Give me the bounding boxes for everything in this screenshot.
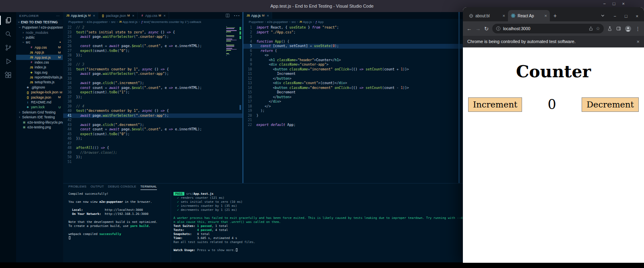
code-line[interactable]: 46}); — [63, 136, 242, 141]
code-line[interactable]: 23test("sets initial state to zero", asy… — [63, 30, 242, 35]
breadcrumb-item[interactable]: src — [111, 20, 116, 24]
tree-item-gitignore[interactable]: ›◆.gitignore — [16, 85, 63, 90]
code-line[interactable]: 48afterAll(() => { — [63, 146, 242, 150]
source-control-icon[interactable] — [0, 42, 16, 54]
breadcrumb-item[interactable]: src — [291, 20, 296, 24]
breadcrumb-item[interactable]: e2e-puppeteer — [87, 20, 108, 24]
reload-icon[interactable]: ↻ — [484, 26, 489, 32]
tree-item-app-js[interactable]: ›JSApp.jsM — [16, 50, 63, 55]
panel-tab-output[interactable]: OUTPUT — [91, 183, 104, 190]
new-tab-button[interactable]: + — [553, 12, 557, 19]
code-line[interactable]: 30// 3 — [63, 62, 242, 67]
code-line[interactable]: 37}); — [63, 95, 242, 100]
code-editor-app-test-js[interactable]: 22// 223test("sets initial state to zero… — [63, 25, 242, 183]
code-line[interactable]: 51 — [63, 160, 242, 165]
vscode-maximize-button[interactable]: □ — [613, 1, 615, 6]
tree-item-reportwebvitals-js[interactable]: ›JSreportWebVitals.js — [16, 75, 63, 80]
code-line[interactable]: 22// 2 — [63, 25, 242, 30]
code-line[interactable]: 26 const count = await page.$eval(".coun… — [63, 44, 242, 49]
side-panel-icon[interactable] — [616, 26, 621, 31]
tree-item-selenium-grid-testing[interactable]: ›Selenium Grid Testing — [16, 110, 63, 115]
code-line[interactable]: 34 await page.click(".increment"); — [63, 81, 242, 86]
increment-button[interactable]: Increment — [468, 97, 522, 112]
breadcrumb-item[interactable]: Puppeteer — [68, 20, 83, 24]
code-line[interactable]: 49 //browser.close(); — [63, 150, 242, 155]
tree-item-package-lock-json[interactable]: ›{}package-lock.jsonM — [16, 90, 63, 95]
chrome-maximize-button[interactable]: □ — [625, 14, 627, 19]
tab-close-icon[interactable]: × — [93, 14, 95, 18]
code-line[interactable]: 31test("increments counter by 1", async … — [63, 67, 242, 72]
tree-item-logo-svg[interactable]: ›◆logo.svg — [16, 70, 63, 75]
tab-close-icon[interactable]: × — [163, 14, 165, 18]
tree-item-public[interactable]: ›public — [16, 35, 63, 40]
code-line[interactable]: 35 const count = await page.$eval(".coun… — [63, 86, 242, 91]
tree-item-e2e-testing-png[interactable]: ›▣e2e-testing.png — [16, 125, 63, 130]
avatar-icon[interactable] — [625, 26, 631, 32]
browser-tab-react-ap[interactable]: React Ap× — [508, 10, 550, 21]
chrome-close-button[interactable]: × — [636, 14, 638, 19]
editor-more-actions-icon[interactable]: ⋯ — [233, 12, 240, 19]
tree-item-setuptests-js[interactable]: ›JSsetupTests.js — [16, 80, 63, 85]
code-line[interactable]: 43 await page.click(".decrement"); — [63, 123, 242, 128]
code-line[interactable]: 45 expect(count).toBe("0"); — [63, 132, 242, 137]
bookmark-star-icon[interactable]: ☆ — [596, 26, 600, 31]
tree-item-selenium-ide-testing[interactable]: ›Selenium IDE Testing — [16, 115, 63, 120]
breadcrumb-item[interactable]: Puppeteer — [249, 20, 264, 24]
tree-item-src[interactable]: ›src• — [16, 40, 63, 45]
editor-scrollbar[interactable] — [458, 12, 460, 183]
site-info-icon[interactable] — [496, 26, 501, 31]
tree-item-app-test-js[interactable]: ›JSApp.test.jsM — [16, 55, 63, 60]
tree-item-yarn-lock[interactable]: ›◈yarn.lockU — [16, 105, 63, 109]
breadcrumb-item[interactable]: e2e-puppeteer — [267, 20, 288, 24]
tab-close-icon[interactable]: × — [503, 13, 505, 18]
tab-app-test-js[interactable]: JSApp.test.jsM× — [63, 12, 98, 19]
share-icon[interactable] — [588, 26, 593, 31]
code-line[interactable]: 24 await page.waitForSelector(".counter-… — [63, 35, 242, 39]
kebab-menu-icon[interactable]: ⋮ — [635, 26, 640, 32]
tab-app-css[interactable]: #App.cssM× — [138, 12, 169, 19]
panel-tab-terminal[interactable]: TERMINAL — [140, 183, 157, 190]
tab-close-icon[interactable]: × — [132, 14, 134, 18]
breadcrumb-item[interactable]: ƒtest("decrements counter by 1") callbac… — [141, 20, 201, 24]
code-line[interactable]: 39// 4 — [63, 104, 242, 109]
address-bar[interactable]: localhost:3000 ☆ — [492, 24, 604, 33]
tab-app-js[interactable]: JSApp.jsM× — [244, 12, 272, 19]
code-line[interactable]: 25 — [63, 39, 242, 44]
tab-package-json[interactable]: {}package.jsonM× — [98, 12, 138, 19]
code-line[interactable]: 38 — [63, 99, 242, 104]
code-line[interactable]: 42 — [63, 118, 242, 123]
code-line[interactable]: 28}); — [63, 53, 242, 58]
code-line[interactable]: 36 expect(count).toBe("1"); — [63, 90, 242, 95]
code-line[interactable]: 47 — [63, 141, 242, 146]
decrement-button[interactable]: Decrement — [582, 97, 639, 112]
code-line[interactable]: 29 — [63, 58, 242, 63]
vscode-close-button[interactable]: × — [622, 1, 625, 6]
tree-item-app-css[interactable]: ›#App.cssM — [16, 45, 63, 50]
code-line[interactable]: 27 expect(count).toBe("0"); — [63, 49, 242, 54]
code-line[interactable]: 44 const count = await page.$eval(".coun… — [63, 127, 242, 132]
minimap[interactable] — [226, 26, 237, 57]
tab-close-icon[interactable]: × — [545, 13, 547, 18]
breadcrumb-item[interactable]: JSApp.js — [299, 20, 312, 24]
tree-item-index-css[interactable]: ›#index.css — [16, 60, 63, 65]
workspace-section-header[interactable]: › END TO END TESTING — [16, 19, 63, 25]
extensions-icon[interactable] — [0, 69, 16, 81]
split-editor-icon[interactable] — [225, 12, 230, 19]
explorer-icon[interactable] — [0, 14, 16, 26]
search-icon[interactable] — [0, 28, 16, 40]
tree-item-readme-md[interactable]: ›iREADME.md — [16, 100, 63, 105]
breadcrumb-item[interactable]: JSApp.test.js — [119, 20, 138, 24]
code-line[interactable]: 41 await page.waitForSelector(".counter-… — [63, 113, 242, 118]
run-debug-icon[interactable] — [0, 56, 16, 67]
tree-item-e2e-testing-lifecycle-png[interactable]: ›▣e2e-testing-lifecycle.png — [16, 120, 63, 124]
sidebar-more-actions-icon[interactable]: ⋯ — [56, 14, 60, 18]
code-line[interactable]: 33 — [63, 76, 242, 81]
forward-icon[interactable]: → — [475, 26, 481, 32]
tab-search-chevron-icon[interactable] — [601, 13, 605, 19]
infobar-close-icon[interactable]: × — [636, 39, 640, 45]
back-icon[interactable]: ← — [466, 26, 472, 32]
panel-tab-problems[interactable]: PROBLEMS — [68, 183, 87, 190]
tree-item-index-js[interactable]: ›JSindex.js — [16, 65, 63, 70]
panel-tab-debug-console[interactable]: DEBUG CONSOLE — [108, 183, 136, 190]
beaker-icon[interactable] — [607, 26, 612, 31]
